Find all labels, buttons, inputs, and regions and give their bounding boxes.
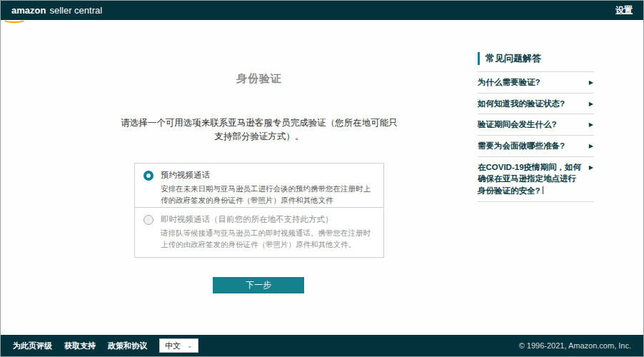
option-description: 请排队等候接通与亚马逊员工的即时视频通话。携带您在注册时上传的由政府签发的身份证… [161, 228, 375, 251]
faq-item-why-verification[interactable]: 为什么需要验证? ▶ [478, 71, 594, 93]
amazon-logo-text: amazon [11, 5, 46, 16]
chevron-right-icon: ▶ [589, 164, 593, 172]
language-selector[interactable]: 中文 ⌄ [159, 338, 198, 353]
top-bar: amazon seller central 设置 [1, 1, 643, 20]
chevron-right-icon: ▶ [589, 142, 593, 151]
radio-button-instant-call[interactable] [144, 215, 154, 225]
amazon-smile-icon [3, 17, 26, 23]
faq-item-label: 在COVID-19疫情期间，如何确保在亚马逊指定地点进行身份验证的安全? [478, 163, 581, 195]
faq-item-label: 验证期间会发生什么? [478, 119, 557, 131]
faq-item-label: 如何知道我的验证状态? [478, 98, 565, 110]
seller-central-logo-text: seller central [49, 5, 102, 16]
footer-link-get-support[interactable]: 获取支持 [64, 341, 96, 351]
chevron-down-icon: ⌄ [187, 343, 193, 349]
chevron-right-icon: ▶ [589, 79, 593, 87]
footer-link-policies[interactable]: 政策和协议 [108, 341, 147, 351]
faq-item-what-happens[interactable]: 验证期间会发生什么? ▶ [478, 114, 594, 135]
instruction-text: 请选择一个可用选项来联系亚马逊客服专员完成验证（您所在地可能只支持部分验证方式）… [120, 116, 398, 144]
option-description: 安排在未来日期与亚马逊员工进行会谈的预约携带您在注册时上传的政府签发的身份证件（… [161, 183, 375, 206]
faq-panel-title: 常见问题解答 [478, 52, 594, 65]
text-caret [543, 186, 543, 194]
faq-item-text-wrap: 在COVID-19疫情期间，如何确保在亚马逊指定地点进行身份验证的安全? [478, 161, 583, 197]
page: amazon seller central 设置 身份验证 请选择一个可用选项来… [0, 0, 644, 357]
settings-link[interactable]: 设置 [615, 4, 633, 16]
chevron-right-icon: ▶ [589, 100, 593, 109]
option-content: 预约视频通话 安排在未来日期与亚马逊员工进行会谈的预约携带您在注册时上传的政府签… [161, 170, 375, 206]
footer: 为此页评级 获取支持 政策和协议 中文 ⌄ © 1996-2021, Amazo… [1, 335, 643, 356]
faq-item-label: 需要为会面做哪些准备? [478, 140, 565, 152]
faq-panel: 常见问题解答 为什么需要验证? ▶ 如何知道我的验证状态? ▶ 验证期间会发生什… [478, 52, 594, 202]
page-title: 身份验证 [134, 72, 384, 86]
faq-item-covid-safety[interactable]: 在COVID-19疫情期间，如何确保在亚马逊指定地点进行身份验证的安全? ▶ [478, 156, 594, 202]
option-content: 即时视频通话（目前您的所在地不支持此方式） 请排队等候接通与亚马逊员工的即时视频… [161, 214, 375, 251]
amazon-seller-central-logo[interactable]: amazon seller central [11, 5, 102, 16]
option-title: 即时视频通话（目前您的所在地不支持此方式） [161, 214, 375, 225]
option-card-instant-video-call[interactable]: 即时视频通话（目前您的所在地不支持此方式） 请排队等候接通与亚马逊员工的即时视频… [134, 207, 384, 258]
option-title: 预约视频通话 [161, 170, 375, 181]
faq-item-verification-status[interactable]: 如何知道我的验证状态? ▶ [478, 93, 594, 114]
next-button[interactable]: 下一步 [213, 277, 304, 293]
faq-item-label: 为什么需要验证? [478, 76, 540, 89]
footer-link-rate-page[interactable]: 为此页评级 [13, 341, 52, 351]
faq-item-meeting-preparation[interactable]: 需要为会面做哪些准备? ▶ [478, 135, 594, 156]
option-card-scheduled-video-call[interactable]: 预约视频通话 安排在未来日期与亚马逊员工进行会谈的预约携带您在注册时上传的政府签… [134, 163, 384, 213]
radio-button-scheduled-call[interactable] [144, 171, 154, 181]
language-selector-value: 中文 [165, 341, 181, 351]
copyright-text: © 1996-2021, Amazon.com, Inc. [519, 341, 631, 350]
chevron-right-icon: ▶ [589, 121, 593, 129]
